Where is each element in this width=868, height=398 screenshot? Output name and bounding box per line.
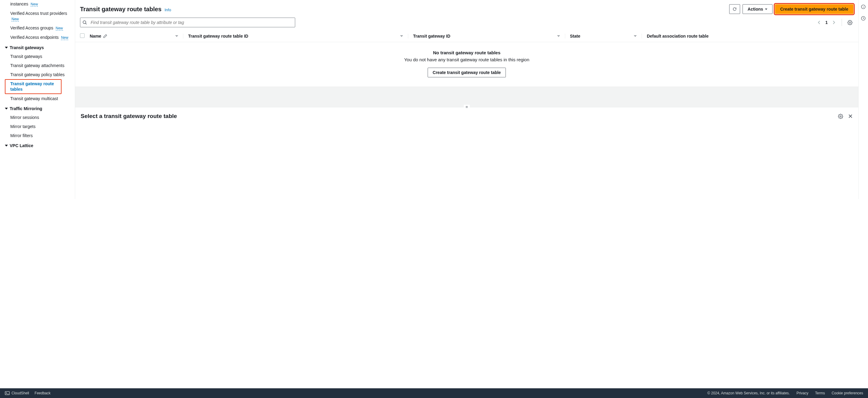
chevron-down-icon (5, 108, 8, 110)
sidebar-item-mirror-sessions[interactable]: Mirror sessions (5, 113, 75, 122)
info-link[interactable]: Info (164, 7, 171, 12)
refresh-icon (733, 7, 737, 11)
sidebar-item-va-instances[interactable]: instances New (5, 1, 75, 9)
divider (842, 19, 842, 26)
svg-point-1 (849, 22, 850, 23)
help-button[interactable] (860, 3, 867, 10)
empty-state: No transit gateway route tables You do n… (75, 42, 858, 86)
filter-icon[interactable] (557, 35, 560, 37)
empty-create-button[interactable]: Create transit gateway route table (428, 68, 506, 77)
resize-handle[interactable]: = (464, 105, 470, 109)
sidebar-item-mirror-targets[interactable]: Mirror targets (5, 122, 75, 131)
new-badge: New (31, 2, 38, 7)
column-state[interactable]: State (569, 30, 646, 42)
filter-icon[interactable] (175, 35, 178, 37)
page-number: 1 (825, 20, 828, 25)
pagination: 1 (815, 19, 854, 26)
next-page-button[interactable] (830, 19, 837, 26)
right-rail (858, 0, 868, 199)
new-badge: New (56, 26, 63, 31)
search-input[interactable] (80, 18, 295, 27)
sidebar-item-va-endpoints[interactable]: Verified Access endpoints New (5, 33, 75, 42)
prev-page-button[interactable] (815, 19, 823, 26)
actions-dropdown[interactable]: Actions (743, 4, 773, 14)
chevron-left-icon (817, 20, 821, 25)
sidebar: instances New Verified Access trust prov… (0, 0, 75, 199)
column-route-table-id[interactable]: Transit gateway route table ID (187, 30, 412, 42)
chevron-right-icon (832, 20, 836, 25)
info-icon (861, 4, 866, 9)
chevron-down-icon (765, 8, 767, 10)
sidebar-item-tgw-route-tables[interactable]: Transit gateway route tables (5, 79, 62, 94)
sidebar-item-va-trust-providers[interactable]: Verified Access trust providers New (5, 9, 75, 24)
sidebar-group-transit-gateways[interactable]: Transit gateways (5, 42, 75, 52)
sidebar-group-traffic-mirroring[interactable]: Traffic Mirroring (5, 103, 75, 113)
page-title: Transit gateway route tables (80, 6, 161, 13)
filter-icon[interactable] (634, 35, 637, 37)
details-close-button[interactable] (848, 114, 853, 119)
empty-state-title: No transit gateway route tables (78, 50, 855, 55)
svg-point-0 (83, 21, 86, 23)
sidebar-item-transit-gateways[interactable]: Transit gateways (5, 52, 75, 61)
new-badge: New (61, 35, 68, 40)
panel-header: Transit gateway route tables Info Action… (75, 0, 858, 30)
sidebar-item-tgw-policy-tables[interactable]: Transit gateway policy tables (5, 70, 75, 79)
empty-state-subtitle: You do not have any transit gateway rout… (78, 57, 855, 62)
edit-icon (103, 34, 107, 38)
svg-point-2 (840, 116, 841, 117)
history-icon (861, 16, 866, 21)
sidebar-item-mirror-filters[interactable]: Mirror filters (5, 131, 75, 140)
new-badge: New (11, 17, 19, 22)
gear-icon (847, 20, 852, 25)
sidebar-group-vpc-lattice[interactable]: VPC Lattice (5, 140, 75, 150)
column-name[interactable]: Name (89, 30, 187, 42)
sidebar-item-tgw-attachments[interactable]: Transit gateway attachments (5, 61, 75, 70)
chevron-down-icon (5, 145, 8, 146)
refresh-button[interactable] (729, 4, 740, 14)
filter-icon[interactable] (400, 35, 403, 37)
column-default-association[interactable]: Default association route table (646, 30, 858, 42)
details-title: Select a transit gateway route table (81, 113, 177, 119)
main-content: Transit gateway route tables Info Action… (75, 0, 858, 199)
select-all-checkbox[interactable] (80, 33, 85, 38)
create-route-table-button[interactable]: Create transit gateway route table (775, 4, 854, 14)
route-tables-table: Name Transit gateway route table ID (75, 30, 858, 86)
sidebar-item-tgw-multicast[interactable]: Transit gateway multicast (5, 94, 75, 103)
table-settings-button[interactable] (846, 19, 854, 26)
sidebar-item-va-groups[interactable]: Verified Access groups New (5, 23, 75, 33)
panel-gap (75, 86, 858, 107)
chevron-down-icon (5, 47, 8, 49)
details-settings-button[interactable] (838, 114, 843, 119)
close-icon (848, 114, 853, 119)
gear-icon (838, 114, 843, 119)
column-transit-gateway-id[interactable]: Transit gateway ID (412, 30, 569, 42)
history-button[interactable] (860, 15, 867, 22)
details-panel: = Select a transit gateway route table (75, 107, 858, 199)
search-icon (83, 20, 87, 25)
